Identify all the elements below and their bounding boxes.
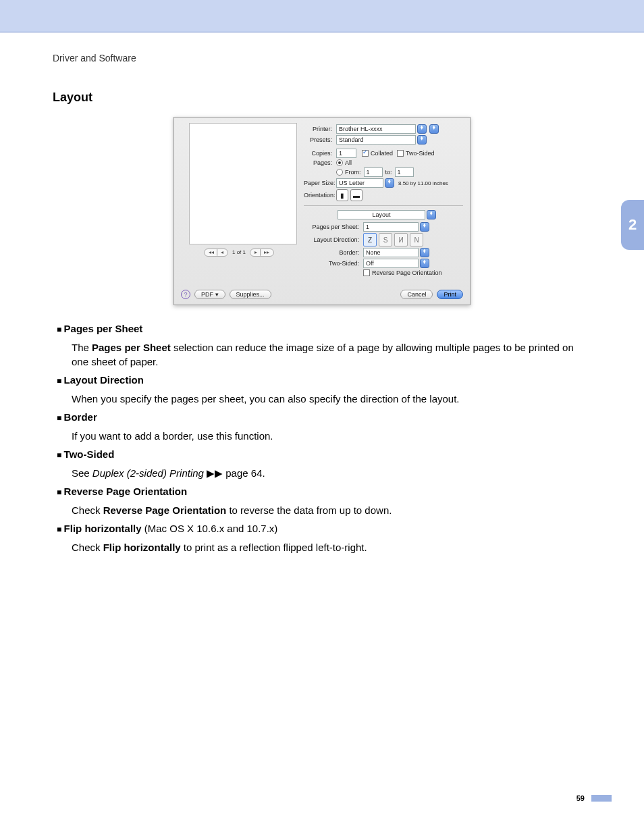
two-sided-checkbox[interactable] [397, 150, 404, 157]
page-title: Layout [53, 90, 591, 105]
pages-to-input[interactable]: 1 [395, 167, 414, 177]
pages-label: Pages: [304, 159, 336, 166]
bullet-two-sided-body: See Duplex (2-sided) Printing ▶▶ page 64… [72, 466, 591, 480]
section-select[interactable]: Layout [338, 210, 425, 219]
presets-label: Presets: [304, 136, 336, 143]
two-sided-select[interactable]: Off [363, 259, 419, 268]
two-sided-select-label: Two-Sided: [304, 260, 363, 267]
print-dialog: ◂◂ │ ◂ 1 of 1 ▸ │ ▸▸ Printer: Brother HL… [173, 117, 471, 305]
pages-to-label: to: [383, 169, 395, 176]
collated-label: Collated [371, 150, 393, 157]
pages-from-radio[interactable] [336, 169, 343, 176]
copies-label: Copies: [304, 150, 336, 157]
border-label: Border: [304, 249, 363, 256]
help-button[interactable]: ? [181, 290, 190, 299]
paper-size-label: Paper Size: [304, 180, 336, 186]
bullet-layout-direction-body: When you specify the pages per sheet, yo… [72, 392, 591, 406]
orientation-label: Orientation: [304, 192, 336, 199]
bullet-flip-note: (Mac OS X 10.6.x and 10.7.x) [142, 523, 278, 534]
layout-direction-2-button[interactable]: S [379, 233, 392, 246]
pages-from-input[interactable]: 1 [364, 167, 383, 177]
chapter-tab: 2 [621, 200, 644, 250]
reverse-orientation-checkbox[interactable] [363, 269, 370, 276]
two-sided-label: Two-Sided [406, 150, 435, 157]
paper-size-dims: 8.50 by 11.00 inches [394, 180, 448, 186]
layout-direction-1-button[interactable]: Z [363, 233, 377, 246]
border-select[interactable]: None [363, 248, 419, 257]
dropdown-arrows-icon[interactable] [385, 178, 394, 188]
bullet-flip-title: Flip horizontally [57, 523, 142, 534]
printer-info-button[interactable] [429, 124, 439, 134]
cancel-button[interactable]: Cancel [400, 290, 433, 299]
bullet-two-sided-title: Two-Sided [57, 448, 114, 460]
printer-label: Printer: [304, 126, 336, 132]
pdf-button[interactable]: PDF ▾ [194, 290, 225, 299]
dropdown-arrows-icon[interactable] [417, 135, 427, 145]
bullet-flip-body: Check Flip horizontally to print as a re… [72, 540, 591, 554]
layout-direction-3-button[interactable]: И [394, 233, 408, 246]
reverse-orientation-label: Reverse Page Orientation [372, 269, 442, 276]
print-button[interactable]: Print [437, 290, 463, 299]
bullet-layout-direction-title: Layout Direction [57, 374, 144, 386]
preview-prev-button[interactable]: ◂◂ │ ◂ [204, 249, 227, 257]
layout-direction-label: Layout Direction: [304, 236, 363, 243]
orientation-landscape-button[interactable]: ▬ [350, 189, 363, 201]
pages-from-label: From: [345, 169, 361, 176]
presets-select[interactable]: Standard [336, 135, 416, 145]
top-banner [0, 0, 644, 32]
dropdown-arrows-icon[interactable] [420, 259, 429, 268]
dropdown-arrows-icon[interactable] [420, 248, 429, 257]
pages-per-sheet-label: Pages per Sheet: [304, 224, 363, 230]
bullet-border-body: If you want to add a border, use this fu… [72, 429, 591, 443]
bullet-reverse-body: Check Reverse Page Orientation to revers… [72, 503, 591, 517]
copies-input[interactable]: 1 [336, 149, 356, 158]
preview-next-button[interactable]: ▸ │ ▸▸ [250, 249, 273, 257]
bullet-reverse-title: Reverse Page Orientation [57, 486, 187, 497]
breadcrumb: Driver and Software [53, 53, 591, 63]
preview-page-indicator: 1 of 1 [232, 249, 246, 255]
paper-size-select[interactable]: US Letter [336, 178, 383, 188]
layout-direction-4-button[interactable]: N [410, 233, 423, 246]
dropdown-arrows-icon[interactable] [427, 210, 436, 219]
pages-all-label: All [345, 159, 352, 166]
supplies-button[interactable]: Supplies... [230, 290, 271, 299]
bullet-list: Pages per Sheet The Pages per Sheet sele… [53, 323, 591, 554]
dropdown-arrows-icon[interactable] [420, 222, 429, 232]
pages-all-radio[interactable] [336, 159, 343, 166]
printer-select[interactable]: Brother HL-xxxx [336, 124, 416, 134]
bullet-pages-per-sheet-body: The Pages per Sheet selection can reduce… [72, 340, 591, 369]
collated-checkbox[interactable] [362, 150, 369, 157]
pages-per-sheet-select[interactable]: 1 [363, 222, 419, 232]
print-preview [189, 123, 297, 244]
orientation-portrait-button[interactable]: ▮ [336, 189, 348, 201]
bullet-pages-per-sheet-title: Pages per Sheet [57, 323, 142, 334]
dropdown-arrows-icon[interactable] [417, 124, 427, 134]
bullet-border-title: Border [57, 411, 97, 423]
